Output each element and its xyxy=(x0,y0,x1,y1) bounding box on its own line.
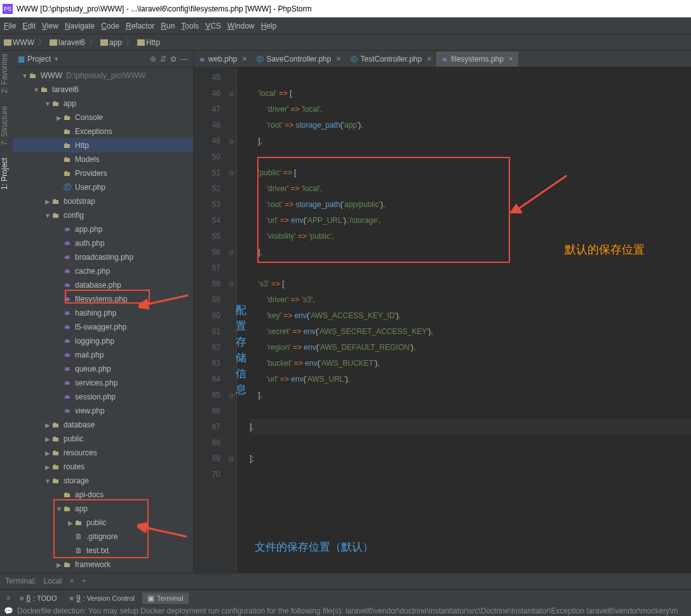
menu-bar[interactable]: FileEditViewNavigateCodeRefactorRunTools… xyxy=(0,18,691,34)
tree-item[interactable]: 🖿framework xyxy=(13,558,193,572)
code-line[interactable]: 'public' => [ xyxy=(250,165,691,181)
code-line[interactable]: 'driver' => 'local', xyxy=(250,102,691,117)
target-icon[interactable]: ⊕ xyxy=(150,55,156,64)
fold-marker[interactable] xyxy=(225,102,236,117)
chevron-right-icon[interactable] xyxy=(56,114,62,121)
editor-tab[interactable]: ⒸTestController.php× xyxy=(346,51,436,67)
tree-item[interactable]: 🗎.gitignore xyxy=(13,530,193,544)
menu-item[interactable]: File xyxy=(4,22,16,30)
chevron-down-icon[interactable] xyxy=(56,506,62,512)
chevron-down-icon[interactable] xyxy=(44,212,51,219)
tree-item[interactable]: ⩩cache.php xyxy=(13,264,193,278)
tree-item[interactable]: ⩩services.php xyxy=(13,376,193,390)
close-icon[interactable]: × xyxy=(336,55,340,64)
editor-tab[interactable]: ⒸSaveController.php× xyxy=(252,51,346,67)
project-tree[interactable]: 🖿WWWD:\phpstudy_pro\WWW🖿laravel6🖿app🖿Con… xyxy=(13,67,193,573)
editor-tabs[interactable]: ⩩web.php×ⒸSaveController.php×ⒸTestContro… xyxy=(194,51,691,67)
breadcrumb-item[interactable]: laravel6 xyxy=(58,38,85,47)
code-content[interactable]: 默认的保存位置 配置存储信息 文件的保存位置（默认） 'local' => [ … xyxy=(237,67,691,573)
tree-item[interactable]: 🖿routes xyxy=(13,460,193,474)
bottom-tab[interactable]: ≡ 9: Version Control xyxy=(65,593,140,604)
tree-item[interactable]: 🗎test.txt xyxy=(13,544,193,558)
breadcrumb-item[interactable]: app xyxy=(109,38,122,47)
tree-item[interactable]: 🖿Providers xyxy=(13,166,193,180)
chevron-down-icon[interactable] xyxy=(33,86,39,93)
code-line[interactable]: 'local' => [ xyxy=(250,86,691,102)
code-line[interactable]: ], xyxy=(250,387,691,403)
tree-item[interactable]: 🖿config xyxy=(13,208,193,222)
code-line[interactable]: 'root' => storage_path('app/public'), xyxy=(250,197,691,213)
fold-gutter[interactable]: ⊖⊖⊖⊖⊖⊖⊟ xyxy=(225,67,237,573)
fold-marker[interactable] xyxy=(225,324,236,340)
close-icon[interactable]: × xyxy=(427,55,431,64)
terminal-header[interactable]: Terminal: Local × + xyxy=(0,573,691,589)
menu-item[interactable]: Tools xyxy=(181,22,199,30)
code-line[interactable] xyxy=(250,403,691,419)
fold-marker[interactable] xyxy=(225,356,236,372)
tree-item[interactable]: 🖿database xyxy=(13,418,193,432)
code-line[interactable]: ], xyxy=(250,419,691,435)
chevron-down-icon[interactable] xyxy=(44,478,51,485)
editor-tab[interactable]: ⩩filesystems.php× xyxy=(436,51,518,67)
tree-item[interactable]: 🖿api-docs xyxy=(13,488,193,502)
code-line[interactable]: 'region' => env('AWS_DEFAULT_REGION'), xyxy=(250,340,691,356)
code-line[interactable]: ], xyxy=(250,133,691,149)
tree-item[interactable]: 🖿laravel6 xyxy=(13,83,193,97)
menu-item[interactable]: Window xyxy=(227,22,255,30)
code-line[interactable]: 'root' => storage_path('app'), xyxy=(250,117,691,133)
project-label[interactable]: Project xyxy=(27,55,51,64)
code-line[interactable]: 'driver' => 's3', xyxy=(250,292,691,308)
hide-icon[interactable]: — xyxy=(180,55,188,64)
chevron-right-icon[interactable] xyxy=(44,422,51,429)
code-line[interactable] xyxy=(250,70,691,86)
chevron-down-icon[interactable] xyxy=(22,72,28,79)
fold-marker[interactable] xyxy=(225,197,236,213)
terminal-tab[interactable]: Local xyxy=(44,577,62,586)
chevron-right-icon[interactable] xyxy=(44,436,51,443)
fold-marker[interactable] xyxy=(225,308,236,324)
code-line[interactable]: 'url' => env('APP_URL').'/storage', xyxy=(250,213,691,229)
tree-item[interactable]: ⩩logging.php xyxy=(13,334,193,348)
chevron-right-icon[interactable] xyxy=(67,519,74,526)
code-line[interactable] xyxy=(250,467,691,483)
fold-marker[interactable] xyxy=(225,70,236,86)
tree-item[interactable]: ⩩app.php xyxy=(13,222,193,236)
code-line[interactable]: 'url' => env('AWS_URL'), xyxy=(250,372,691,387)
side-tab[interactable]: 2: Favorites xyxy=(0,53,13,93)
tree-item[interactable]: ⩩mail.php xyxy=(13,348,193,362)
tree-item[interactable]: 🖿Console xyxy=(13,110,193,124)
bottom-tab[interactable]: ▣ Terminal xyxy=(142,593,189,604)
tree-item[interactable]: ⩩filesystems.php xyxy=(13,292,193,306)
fold-marker[interactable] xyxy=(225,403,236,419)
fold-marker[interactable] xyxy=(225,372,236,387)
terminal-tab-close[interactable]: × xyxy=(69,577,74,586)
bottom-tab[interactable]: ≡ 6: TODO xyxy=(15,593,62,604)
tree-item[interactable]: 🖿Models xyxy=(13,152,193,166)
tree-item[interactable]: 🖿resources xyxy=(13,446,193,460)
tree-item[interactable]: 🖿Http xyxy=(13,138,193,152)
code-line[interactable] xyxy=(250,149,691,165)
chevron-right-icon[interactable] xyxy=(44,198,51,205)
code-line[interactable]: ]; xyxy=(250,451,691,467)
tree-item[interactable]: ⩩l5-swagger.php xyxy=(13,320,193,334)
breadcrumb-item[interactable]: WWW xyxy=(13,38,34,47)
gear-icon[interactable]: ✿ xyxy=(170,55,177,64)
left-tool-tabs[interactable]: 1: Project7: Structure2: Favorites xyxy=(0,51,13,573)
fold-marker[interactable] xyxy=(225,260,236,276)
fold-marker[interactable] xyxy=(225,467,236,483)
fold-marker[interactable]: ⊖ xyxy=(225,276,236,292)
menu-item[interactable]: Help xyxy=(261,22,277,30)
chevron-right-icon[interactable] xyxy=(44,464,51,471)
menu-item[interactable]: Code xyxy=(101,22,119,30)
code-line[interactable] xyxy=(250,260,691,276)
fold-marker[interactable] xyxy=(225,117,236,133)
side-tab[interactable]: 1: Project xyxy=(0,158,13,191)
menu-item[interactable]: Run xyxy=(161,22,175,30)
code-editor[interactable]: 4546474849505152535455565758596061626364… xyxy=(194,67,691,573)
menu-item[interactable]: Edit xyxy=(22,22,36,30)
chevron-right-icon[interactable] xyxy=(44,450,51,457)
code-line[interactable]: 'key' => env('AWS_ACCESS_KEY_ID'), xyxy=(250,308,691,324)
tree-item[interactable]: 🖿bootstrap xyxy=(13,194,193,208)
fold-marker[interactable]: ⊖ xyxy=(225,86,236,102)
tree-item[interactable]: ⩩view.php xyxy=(13,404,193,418)
